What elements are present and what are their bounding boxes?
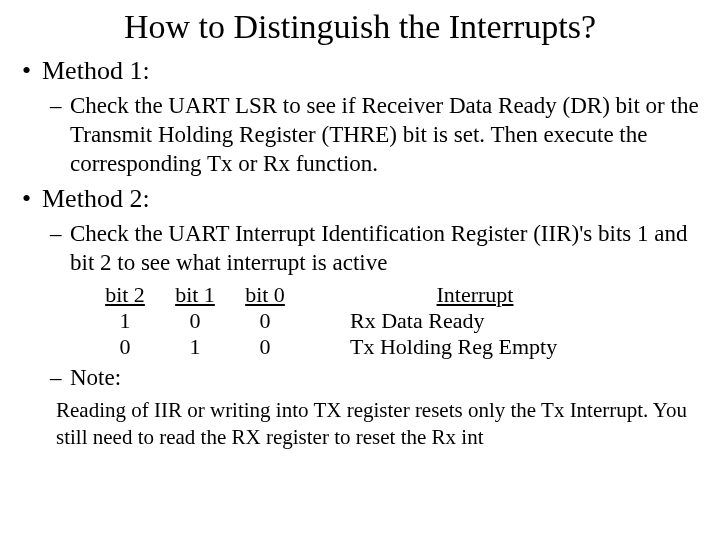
cell-interrupt: Tx Holding Reg Empty bbox=[350, 334, 600, 360]
col-bit2: bit 2 bbox=[105, 282, 145, 307]
col-interrupt: Interrupt bbox=[437, 282, 514, 307]
method1-label: Method 1: bbox=[20, 56, 700, 86]
table-header-row: bit 2 bit 1 bit 0 Interrupt bbox=[90, 282, 700, 308]
note-text: Reading of IIR or writing into TX regist… bbox=[56, 397, 700, 452]
cell-interrupt: Rx Data Ready bbox=[350, 308, 600, 334]
cell-bit1: 0 bbox=[160, 308, 230, 334]
cell-bit1: 1 bbox=[160, 334, 230, 360]
slide: How to Distinguish the Interrupts? Metho… bbox=[0, 0, 720, 451]
cell-bit2: 1 bbox=[90, 308, 160, 334]
note-label: Note: bbox=[20, 364, 700, 393]
table-row: 0 1 0 Tx Holding Reg Empty bbox=[90, 334, 700, 360]
cell-bit2: 0 bbox=[90, 334, 160, 360]
col-bit1: bit 1 bbox=[175, 282, 215, 307]
interrupt-table: bit 2 bit 1 bit 0 Interrupt 1 0 0 Rx Dat… bbox=[90, 282, 700, 360]
cell-bit0: 0 bbox=[230, 308, 300, 334]
method2-label: Method 2: bbox=[20, 184, 700, 214]
slide-title: How to Distinguish the Interrupts? bbox=[20, 8, 700, 46]
method2-text: Check the UART Interrupt Identification … bbox=[20, 220, 700, 278]
table-row: 1 0 0 Rx Data Ready bbox=[90, 308, 700, 334]
col-bit0: bit 0 bbox=[245, 282, 285, 307]
method1-text: Check the UART LSR to see if Receiver Da… bbox=[20, 92, 700, 178]
cell-bit0: 0 bbox=[230, 334, 300, 360]
